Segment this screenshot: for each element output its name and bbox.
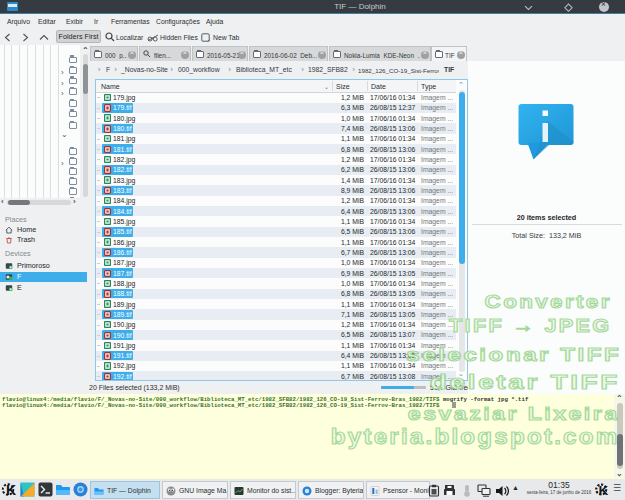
svg-text:K: K <box>599 483 609 497</box>
svg-text:K: K <box>6 482 16 497</box>
